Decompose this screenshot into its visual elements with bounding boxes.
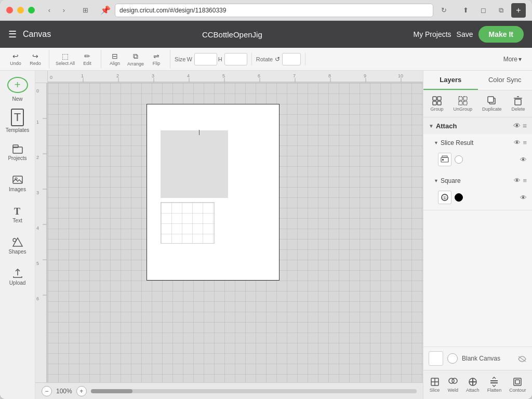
app-title: Canvas (23, 30, 51, 39)
group-tool[interactable]: Group (427, 94, 446, 114)
panel-bottom-tools: Slice Weld Attach (423, 370, 532, 399)
group-label: Group (430, 107, 443, 112)
blank-canvas-row: Blank Canvas (423, 347, 532, 370)
square-name: Square (441, 177, 512, 184)
new-tab-button[interactable]: + (511, 3, 526, 18)
square-header[interactable]: ▼ Square 👁 ≡ (423, 174, 532, 187)
more-button[interactable]: More ▾ (499, 54, 526, 65)
layer-item-square[interactable]: ① 👁 (423, 188, 532, 207)
delete-tool[interactable]: Delete (508, 94, 528, 114)
design-inner-grid (161, 202, 215, 244)
sidebar-item-new[interactable]: + New (2, 75, 33, 104)
slice-result-visibility-icon[interactable]: 👁 (514, 139, 521, 147)
forward-button[interactable]: › (58, 4, 70, 17)
svg-rect-44 (437, 97, 441, 100)
blank-canvas-visibility-icon[interactable] (517, 354, 527, 363)
ungroup-tool[interactable]: UnGroup (450, 94, 475, 114)
attach-visibility-icon[interactable]: 👁 (513, 122, 521, 130)
attach-bottom-tool[interactable]: Attach (463, 375, 483, 395)
sidebar-item-upload[interactable]: Upload (2, 262, 33, 291)
sidebar-item-text[interactable]: T Text (2, 200, 33, 229)
svg-rect-70 (515, 380, 520, 384)
sidebar-templates-label: Templates (6, 127, 30, 133)
close-button[interactable] (6, 7, 13, 14)
svg-text:7: 7 (293, 73, 296, 78)
align-button[interactable]: ⊟ Align (105, 50, 124, 69)
width-input[interactable] (194, 53, 217, 65)
design-fill-1 (161, 130, 228, 198)
slice-tool[interactable]: Slice (427, 375, 443, 395)
hamburger-menu[interactable]: ☰ (8, 29, 17, 40)
redo-label: Redo (30, 61, 41, 66)
attach-group-name: Attach (436, 122, 511, 130)
tab-color-sync[interactable]: Color Sync (478, 71, 533, 90)
maximize-button[interactable] (28, 7, 35, 14)
square-item-visibility-icon[interactable]: 👁 (520, 194, 527, 202)
slice-result-header[interactable]: ▼ Slice Result 👁 ≡ (423, 136, 532, 149)
main-content: + New T Templates Projects Ima (0, 71, 532, 399)
address-bar[interactable]: design.cricut.com/#/design/118360339 (115, 4, 433, 17)
align-icon: ⊟ (112, 52, 118, 60)
contour-tool[interactable]: Contour (506, 375, 529, 395)
edit-icon: ✏ (84, 52, 90, 60)
undo-label: Undo (10, 61, 21, 66)
svg-text:6: 6 (36, 296, 39, 301)
square-visibility-icon[interactable]: 👁 (514, 177, 521, 184)
height-input[interactable] (224, 53, 247, 65)
canvas-viewport[interactable] (48, 83, 423, 382)
flatten-tool[interactable]: Flatten (484, 375, 505, 395)
tab-layers[interactable]: Layers (423, 71, 478, 90)
slice-result-menu-icon[interactable]: ≡ (523, 139, 527, 147)
canvas-content: 0 1 2 3 4 5 6 (35, 83, 423, 382)
weld-tool[interactable]: Weld (445, 375, 461, 395)
tab-view-button[interactable]: ⊞ (78, 4, 92, 17)
horizontal-scrollbar[interactable] (91, 389, 417, 393)
layer-item-print[interactable]: 👁 (423, 150, 532, 169)
svg-text:1: 1 (36, 119, 39, 125)
redo-icon: ↪ (32, 52, 38, 60)
svg-text:4: 4 (187, 73, 190, 78)
arrange-button[interactable]: ⧉ Arrange (125, 50, 146, 69)
reload-button[interactable]: ↻ (437, 4, 450, 17)
edit-button[interactable]: ✏ Edit (78, 50, 97, 69)
app-window: ‹ › ⊞ 📌 design.cricut.com/#/design/11836… (0, 0, 532, 399)
sidebar-item-templates[interactable]: T Templates (2, 106, 33, 135)
sidebar-item-projects[interactable]: Projects (2, 137, 33, 166)
square-menu-icon[interactable]: ≡ (523, 177, 527, 184)
make-it-button[interactable]: Make It (478, 26, 524, 43)
rotate-input[interactable] (282, 53, 301, 65)
share-button[interactable]: ⬆ (458, 3, 473, 18)
scrollbar-thumb[interactable] (91, 389, 132, 393)
svg-text:T: T (14, 206, 20, 217)
svg-text:6: 6 (258, 73, 260, 78)
duplicate-tool[interactable]: Duplicate (479, 94, 505, 114)
upload-icon (12, 268, 23, 279)
sidebar-item-images[interactable]: Images (2, 168, 33, 197)
attach-menu-icon[interactable]: ≡ (523, 122, 527, 130)
minimize-button[interactable] (17, 7, 24, 14)
save-button[interactable]: Save (457, 30, 473, 38)
undo-button[interactable]: ↩ Undo (6, 50, 25, 69)
layer-group-attach: ▼ Attach 👁 ≡ ▼ Slice Result 👁 ≡ (423, 117, 532, 210)
left-sidebar: + New T Templates Projects Ima (0, 71, 35, 399)
toolbar: ↩ Undo ↪ Redo ⬚ Select All ✏ Edit ⊟ Alig… (0, 48, 532, 71)
print-item-visibility-icon[interactable]: 👁 (520, 156, 527, 164)
layer-group-attach-header[interactable]: ▼ Attach 👁 ≡ (423, 117, 532, 134)
my-projects-button[interactable]: My Projects (413, 30, 451, 38)
redo-button[interactable]: ↪ Redo (26, 50, 45, 69)
align-label: Align (110, 61, 120, 66)
sidebar-item-shapes[interactable]: Shapes (2, 231, 33, 260)
flip-button[interactable]: ⇌ Flip (147, 50, 166, 69)
svg-text:0: 0 (36, 88, 39, 94)
bookmark-button[interactable]: ◻ (476, 3, 490, 18)
clipboard-button[interactable]: ⧉ (494, 3, 508, 18)
new-circle-button[interactable]: + (7, 77, 28, 93)
select-all-button[interactable]: ⬚ Select All (54, 50, 77, 69)
address-text: design.cricut.com/#/design/118360339 (119, 7, 226, 14)
zoom-in-button[interactable]: + (76, 386, 87, 396)
svg-rect-52 (488, 97, 494, 102)
zoom-level: 100% (56, 388, 72, 395)
back-button[interactable]: ‹ (43, 4, 56, 17)
zoom-out-button[interactable]: − (42, 386, 52, 396)
new-plus-icon: + (15, 79, 21, 91)
